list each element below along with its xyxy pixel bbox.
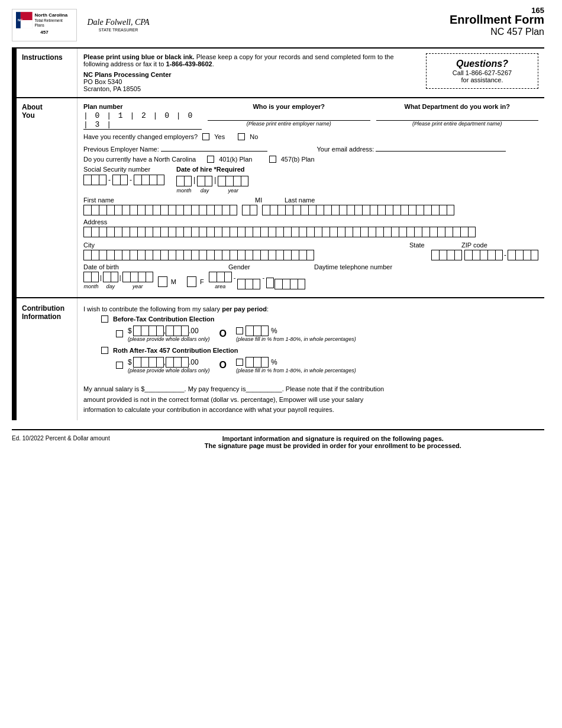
roth-checkbox[interactable]: [101, 347, 108, 354]
instructions-text: Please print using blue or black ink. Pl…: [83, 53, 414, 67]
questions-title: Questions?: [434, 59, 531, 69]
roth-fields-row: $ , .00 (please provide whole dollars on…: [116, 357, 538, 373]
dept-block: What Department do you work in? (Please …: [376, 103, 539, 130]
ssn-block: Social Security number - -: [83, 166, 164, 194]
before-tax-checkbox-row: Before-Tax Contribution Election: [101, 315, 538, 323]
contribution-content: I wish to contribute the following from …: [77, 298, 544, 420]
footer-important: Important information and signature is r…: [122, 435, 544, 449]
roth-dollar-field1[interactable]: [133, 357, 164, 368]
po-box: PO Box 5340: [83, 78, 414, 85]
dept-field[interactable]: [376, 111, 539, 121]
bt-o-symbol: O: [215, 328, 231, 339]
mi-field[interactable]: [242, 205, 257, 215]
prev-employer-field[interactable]: [161, 143, 267, 152]
bt-dollar-field1[interactable]: [133, 326, 164, 336]
employer-field[interactable]: [208, 111, 370, 121]
roth-o-symbol: O: [215, 360, 231, 371]
salary-line1: My annual salary is $___________. My pay…: [83, 385, 384, 392]
form-title-block: Enrollment Form NC 457 Plan: [450, 13, 544, 37]
cpa-signature: Dale Folwell, CPA: [87, 18, 149, 27]
plan-number-value: | 0 | 1 | 2 | 0 | 0 | 3 |: [83, 111, 202, 130]
nc-401k-checkbox[interactable]: [207, 156, 214, 163]
employer-block: Who is your employer? (Please print enti…: [208, 103, 370, 130]
contribution-bar: [12, 298, 17, 420]
phone-end-field2[interactable]: [274, 279, 305, 289]
about-label-text: About You: [22, 103, 43, 120]
nc-flag-icon: NC: [16, 12, 33, 28]
footer-line2: The signature page must be provided in o…: [122, 442, 544, 449]
nc-457b-checkbox[interactable]: [269, 156, 276, 163]
ssn-field-part2[interactable]: [112, 175, 128, 185]
gender-m-box[interactable]: [158, 276, 167, 287]
instructions-left: Please print using blue or black ink. Pl…: [83, 53, 426, 92]
nc-plan-row: Do you currently have a North Carolina 4…: [83, 156, 538, 163]
phone-end-field[interactable]: [266, 278, 274, 288]
contribution-section: Contribution Information I wish to contr…: [12, 297, 544, 420]
ssn-doh-row: Social Security number - -: [83, 166, 538, 194]
gender-f-box[interactable]: [187, 276, 196, 287]
nc-logo-box: NC North Carolina Total Retirement Plans…: [12, 9, 77, 41]
svg-text:NC: NC: [18, 18, 23, 22]
roth-dollar-checkbox[interactable]: [116, 362, 123, 369]
yes-checkbox[interactable]: [202, 133, 209, 140]
processing-center-block: NC Plans Processing Center PO Box 5340 S…: [83, 71, 414, 92]
no-checkbox[interactable]: [238, 133, 245, 140]
processing-center-name: NC Plans Processing Center: [83, 71, 414, 78]
footer-line1: Important information and signature is r…: [122, 435, 544, 442]
phone-mid-field[interactable]: [237, 279, 260, 289]
lastname-field[interactable]: [262, 205, 538, 215]
bt-pct-field[interactable]: [246, 326, 269, 336]
doh-month-field[interactable]: [176, 176, 192, 186]
state-field[interactable]: [431, 250, 462, 260]
contrib-intro: I wish to contribute the following from …: [83, 305, 538, 313]
about-you-section: About You Plan number | 0 | 1 | 2 | 0 | …: [12, 97, 544, 297]
city-state-zip: Scranton, PA 18505: [83, 85, 414, 92]
roth-dollar-field2[interactable]: [166, 357, 189, 368]
about-bar: [12, 98, 17, 297]
questions-phone: Call 1-866-627-5267: [434, 69, 531, 76]
firstname-field[interactable]: [83, 205, 237, 215]
about-you-content: Plan number | 0 | 1 | 2 | 0 | 0 | 3 | Wh…: [77, 98, 544, 297]
roth-pct-checkbox[interactable]: [236, 359, 243, 366]
email-field[interactable]: [376, 143, 506, 152]
address-field[interactable]: [83, 227, 538, 237]
dob-year-field[interactable]: [122, 272, 153, 282]
dob-month-field[interactable]: [83, 272, 99, 282]
changed-employers-row: Have you recently changed employers? Yes…: [83, 133, 538, 140]
before-tax-inner: $ , .00 (please provide whole dollars on…: [116, 326, 538, 342]
bt-dollar-field2[interactable]: [166, 326, 189, 336]
doh-day-field[interactable]: [197, 176, 212, 186]
doh-block: Date of hire *Required month |: [176, 166, 248, 194]
city-field[interactable]: [83, 250, 429, 260]
contribution-label-text: Contribution Information: [22, 304, 64, 321]
about-you-label: About You: [12, 98, 77, 297]
before-tax-checkbox[interactable]: [101, 315, 108, 323]
prev-employer-email-row: Previous Employer Name: Your email addre…: [83, 143, 538, 153]
bt-dollar-checkbox[interactable]: [116, 330, 123, 337]
bt-pct-checkbox[interactable]: [236, 327, 243, 334]
salary-line2: amount provided is not in the correct fo…: [83, 396, 363, 403]
dob-day-field[interactable]: [103, 272, 118, 282]
ssn-field-part1[interactable]: [83, 175, 106, 185]
dob-gender-phone-row: Date of birth Gender Daytime telephone n…: [83, 263, 538, 289]
instructions-bar: [12, 49, 17, 97]
roth-inner: $ , .00 (please provide whole dollars on…: [116, 357, 538, 373]
zip-field-main[interactable]: [464, 250, 503, 260]
cpa-logo: Dale Folwell, CPA STATE TREASURER: [83, 9, 154, 41]
roth-pct-field[interactable]: [246, 357, 269, 368]
doh-year-field[interactable]: [218, 176, 248, 186]
instructions-content: Please print using blue or black ink. Pl…: [77, 49, 544, 97]
ssn-field-part3[interactable]: [134, 175, 164, 185]
nc-text: North Carolina Total Retirement Plans: [35, 12, 73, 27]
cpa-title: STATE TREASURER: [87, 27, 149, 33]
header: NC North Carolina Total Retirement Plans…: [12, 9, 544, 41]
roth-checkbox-row: Roth After-Tax 457 Contribution Election: [101, 347, 538, 354]
questions-sub: for assistance.: [434, 76, 531, 83]
plan-employer-row: Plan number | 0 | 1 | 2 | 0 | 0 | 3 | Wh…: [83, 103, 538, 130]
edition-text: Ed. 10/2022 Percent & Dollar amount: [12, 435, 110, 442]
email-col: Your email address:: [317, 143, 539, 153]
zip-field-ext[interactable]: [508, 250, 538, 260]
form-subtitle: NC 457 Plan: [450, 27, 544, 37]
city-state-zip-row: City State ZIP code: [83, 241, 538, 260]
phone-area-field[interactable]: [209, 272, 232, 282]
